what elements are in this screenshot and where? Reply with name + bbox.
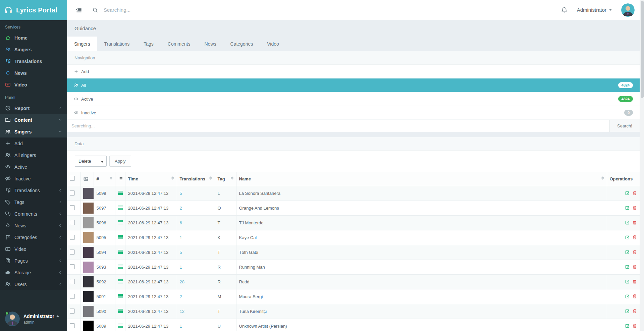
table-row: 5098 2021-06-29 12:47:13 5 L La Sonora S… [67, 186, 640, 201]
sidebar-item-add[interactable]: Add [0, 137, 67, 149]
tab-news[interactable]: News [197, 37, 223, 51]
sidebar-item-categories[interactable]: Categories [0, 231, 67, 243]
sidebar-item-translations[interactable]: Translations [0, 55, 67, 67]
row-checkbox[interactable] [70, 279, 75, 284]
sidebar-item-users[interactable]: Users [0, 278, 67, 290]
table-row: 5095 2021-06-29 12:47:13 1 K Kaye Cal [67, 230, 640, 245]
edit-icon[interactable] [625, 309, 630, 314]
scrollbar-thumb[interactable] [641, 1, 644, 98]
column-header-name[interactable]: Name [236, 172, 607, 186]
delete-icon[interactable] [632, 279, 637, 284]
edit-icon[interactable] [625, 279, 630, 284]
sidebar-item-content[interactable]: Content [0, 114, 67, 126]
apply-button[interactable]: Apply [109, 156, 131, 167]
translations-count-link[interactable]: 5 [180, 191, 182, 196]
bell-icon[interactable] [561, 7, 568, 13]
tab-translations[interactable]: Translations [97, 37, 137, 51]
column-header-time[interactable]: Time [125, 172, 177, 186]
translations-count-link[interactable]: 28 [180, 279, 184, 284]
topbar-search-input[interactable] [104, 7, 211, 13]
sidebar-item-news[interactable]: News [0, 67, 67, 79]
sidebar-item-singers-tree[interactable]: Singers [0, 126, 67, 137]
edit-icon[interactable] [625, 235, 630, 240]
sidebar-item-storage[interactable]: Storage [0, 267, 67, 278]
translations-count-link[interactable]: 1 [180, 235, 182, 240]
sidebar-item-home[interactable]: Home [0, 32, 67, 44]
edit-icon[interactable] [625, 190, 630, 196]
translations-count-link[interactable]: 2 [180, 294, 182, 299]
row-checkbox[interactable] [70, 323, 75, 328]
nav-item-all[interactable]: All 4824 [67, 78, 640, 92]
translations-count-link[interactable]: 1 [180, 265, 182, 270]
edit-icon[interactable] [625, 264, 630, 269]
translations-count-link[interactable]: 5 [180, 250, 182, 255]
translations-count-link[interactable]: 6 [180, 220, 182, 225]
row-checkbox[interactable] [70, 235, 75, 240]
sort-icon[interactable] [231, 176, 233, 180]
tab-tags[interactable]: Tags [137, 37, 161, 51]
delete-icon[interactable] [632, 250, 637, 255]
nav-item-inactive[interactable]: Inactive 0 [67, 106, 640, 120]
edit-icon[interactable] [625, 294, 630, 299]
column-header-id[interactable]: # [94, 172, 115, 186]
delete-icon[interactable] [632, 190, 637, 196]
select-all-checkbox[interactable] [70, 176, 75, 181]
sidebar-item-report[interactable]: Report [0, 102, 67, 114]
sidebar-item-tags[interactable]: Tags [0, 196, 67, 208]
bulk-action-select[interactable]: Delete [75, 156, 107, 167]
edit-icon[interactable] [625, 250, 630, 255]
edit-icon[interactable] [625, 220, 630, 225]
row-checkbox[interactable] [70, 264, 75, 269]
tab-singers[interactable]: Singers [67, 37, 97, 51]
delete-icon[interactable] [632, 294, 637, 299]
nav-item-active[interactable]: Active 4824 [67, 92, 640, 106]
sidebar-item-singers[interactable]: Singers [0, 44, 67, 55]
row-checkbox[interactable] [70, 294, 75, 299]
translations-count-link[interactable]: 12 [180, 309, 184, 314]
app-title: Lyrics Portal [16, 6, 57, 14]
sidebar-item-pages[interactable]: Pages [0, 255, 67, 267]
vertical-scrollbar[interactable] [640, 0, 644, 331]
delete-icon[interactable] [632, 235, 637, 240]
sidebar-item-video[interactable]: Video [0, 79, 67, 91]
bulk-actions: Delete Apply [67, 151, 640, 172]
delete-icon[interactable] [632, 220, 637, 225]
sidebar-toggle-icon[interactable] [76, 7, 82, 13]
sidebar-item-all-singers[interactable]: All singers [0, 149, 67, 161]
sort-icon[interactable] [110, 176, 112, 180]
row-checkbox[interactable] [70, 205, 75, 210]
nav-item-add[interactable]: Add [67, 65, 640, 78]
sidebar-item-translations-tree[interactable]: Translations [0, 184, 67, 196]
delete-icon[interactable] [632, 264, 637, 269]
tab-categories[interactable]: Categories [223, 37, 260, 51]
row-checkbox[interactable] [70, 309, 75, 314]
row-checkbox[interactable] [70, 220, 75, 225]
sidebar-item-video-tree[interactable]: Video [0, 243, 67, 255]
translations-count-link[interactable]: 1 [180, 324, 182, 329]
user-menu-button[interactable]: Administrator [577, 7, 612, 13]
tab-video[interactable]: Video [260, 37, 286, 51]
row-checkbox[interactable] [70, 250, 75, 255]
sidebar-user-panel[interactable]: Administrator admin [0, 308, 67, 331]
edit-icon[interactable] [625, 323, 630, 328]
translations-count-link[interactable]: 2 [180, 206, 182, 211]
delete-icon[interactable] [632, 309, 637, 314]
sidebar-item-comments[interactable]: Comments [0, 208, 67, 220]
sort-icon[interactable] [209, 176, 212, 180]
avatar[interactable] [621, 3, 635, 17]
search-button[interactable]: Search! [609, 120, 640, 132]
row-checkbox[interactable] [70, 190, 75, 196]
delete-icon[interactable] [632, 205, 637, 210]
sort-icon[interactable] [171, 176, 174, 180]
edit-icon[interactable] [625, 205, 630, 210]
list-search-input[interactable] [67, 120, 609, 132]
sidebar-item-news-tree[interactable]: News [0, 220, 67, 231]
column-header-translations[interactable]: Translations [177, 172, 215, 186]
app-logo[interactable]: Lyrics Portal [0, 0, 67, 20]
sidebar-item-inactive[interactable]: Inactive [0, 173, 67, 184]
sort-icon[interactable] [601, 176, 604, 180]
tab-comments[interactable]: Comments [161, 37, 198, 51]
column-header-tag[interactable]: Tag [215, 172, 236, 186]
delete-icon[interactable] [632, 323, 637, 328]
sidebar-item-active[interactable]: Active [0, 161, 67, 173]
